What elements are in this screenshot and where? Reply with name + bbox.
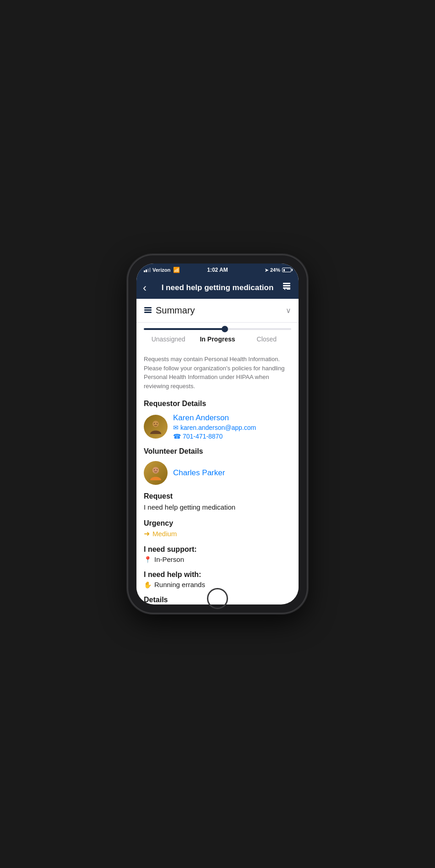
home-button[interactable]: [207, 588, 228, 609]
help-text: Running errands: [154, 581, 205, 588]
status-bar: Verizon 📶 1:02 AM ➤ 24%: [136, 264, 299, 276]
help-value: ✋ Running errands: [144, 581, 291, 588]
battery-fill: [283, 269, 285, 271]
urgency-label: Urgency: [144, 519, 291, 527]
progress-fill: [144, 328, 225, 330]
summary-header[interactable]: Summary ∨: [136, 299, 299, 323]
signal-bar-4: [149, 268, 151, 272]
help-section: I need help with: ✋ Running errands: [144, 571, 291, 588]
urgency-section: Urgency ➜ Medium: [144, 519, 291, 538]
tabs-row: Unassigned In Progress Closed: [144, 334, 291, 348]
svg-rect-1: [283, 285, 290, 286]
support-value: 📍 In-Person: [144, 555, 291, 563]
summary-title-wrap: Summary: [144, 305, 195, 316]
svg-rect-4: [144, 307, 152, 308]
tab-closed[interactable]: Closed: [242, 335, 291, 343]
requestor-section: Requestor Details: [144, 400, 291, 440]
support-text: In-Person: [154, 555, 184, 563]
list-icon[interactable]: [278, 281, 292, 294]
arrow-right-icon: ➜: [144, 529, 150, 538]
status-left: Verizon 📶: [144, 267, 180, 273]
layers-icon: [144, 306, 152, 314]
signal-bar-3: [147, 269, 149, 272]
status-right: ➤ 24%: [265, 267, 291, 273]
phone-icon: ☎: [173, 433, 181, 440]
email-icon: ✉: [173, 424, 179, 431]
tab-unassigned[interactable]: Unassigned: [144, 335, 193, 343]
requestor-section-title: Requestor Details: [144, 400, 291, 408]
volunteer-section: Volunteer Details: [144, 447, 291, 485]
signal-bars: [144, 268, 151, 272]
svg-rect-2: [283, 287, 290, 289]
location-pin-icon: 📍: [144, 556, 152, 563]
volunteer-details: Charles Parker: [173, 468, 225, 478]
volunteer-name[interactable]: Charles Parker: [173, 468, 225, 478]
carrier-label: Verizon: [152, 267, 170, 273]
volunteer-section-title: Volunteer Details: [144, 447, 291, 456]
progress-tabs: Unassigned In Progress Closed: [136, 323, 299, 348]
support-label: I need support:: [144, 545, 291, 554]
signal-bar-1: [144, 270, 145, 272]
svg-point-12: [152, 467, 159, 473]
request-section: Request I need help getting medication: [144, 492, 291, 512]
progress-track: [144, 328, 291, 330]
requestor-email[interactable]: ✉ karen.anderson@app.com: [173, 424, 256, 431]
urgency-value: ➜ Medium: [144, 529, 291, 538]
battery-body: [282, 268, 291, 272]
time-display: 1:02 AM: [207, 267, 228, 273]
volunteer-avatar: [144, 461, 168, 485]
requestor-row: Karen Anderson ✉ karen.anderson@app.com …: [144, 413, 291, 440]
hipaa-notice: Requests may contain Personal Health Inf…: [144, 355, 291, 390]
svg-rect-6: [144, 312, 152, 313]
main-content: Requests may contain Personal Health Inf…: [136, 348, 299, 602]
phone-frame: Verizon 📶 1:02 AM ➤ 24% ‹ I need help ge…: [128, 255, 307, 613]
requestor-phone[interactable]: ☎ 701-471-8870: [173, 433, 256, 440]
svg-point-8: [152, 421, 159, 427]
signal-bar-2: [146, 269, 147, 272]
chevron-down-icon[interactable]: ∨: [286, 306, 291, 315]
document-list-icon: [281, 281, 292, 292]
volunteer-row: Charles Parker: [144, 461, 291, 485]
page-title: I need help getting medication: [157, 283, 278, 292]
help-label: I need help with:: [144, 571, 291, 579]
requestor-details: Karen Anderson ✉ karen.anderson@app.com …: [173, 413, 256, 440]
battery-percent: 24%: [270, 267, 280, 273]
requestor-avatar: [144, 415, 168, 439]
urgency-text: Medium: [152, 530, 177, 538]
svg-point-13: [154, 469, 155, 470]
summary-title-text: Summary: [156, 305, 195, 316]
svg-point-14: [157, 469, 158, 470]
svg-point-9: [154, 423, 155, 424]
summary-icon: [144, 306, 152, 316]
back-button[interactable]: ‹: [143, 281, 157, 294]
requestor-name[interactable]: Karen Anderson: [173, 413, 256, 423]
progress-dot: [222, 326, 228, 332]
phone-screen: Verizon 📶 1:02 AM ➤ 24% ‹ I need help ge…: [136, 264, 299, 604]
svg-rect-0: [283, 283, 290, 284]
wifi-icon: 📶: [173, 267, 180, 273]
requestor-phone-text: 701-471-8870: [183, 433, 223, 440]
hand-icon: ✋: [144, 581, 152, 588]
back-chevron-icon: ‹: [143, 281, 147, 294]
request-label: Request: [144, 492, 291, 500]
volunteer-avatar-svg: [147, 465, 164, 481]
nav-header: ‹ I need help getting medication: [136, 276, 299, 299]
battery-icon: [282, 268, 291, 272]
requestor-avatar-svg: [147, 418, 164, 435]
requestor-email-text: karen.anderson@app.com: [180, 424, 256, 431]
svg-rect-5: [144, 309, 152, 311]
request-value: I need help getting medication: [144, 502, 291, 512]
support-section: I need support: 📍 In-Person: [144, 545, 291, 563]
svg-rect-3: [287, 289, 290, 290]
tab-in-progress[interactable]: In Progress: [193, 335, 242, 343]
svg-point-10: [157, 423, 158, 424]
location-icon: ➤: [265, 268, 268, 273]
content-area: Summary ∨ Unassigned In Progress Closed: [136, 299, 299, 602]
